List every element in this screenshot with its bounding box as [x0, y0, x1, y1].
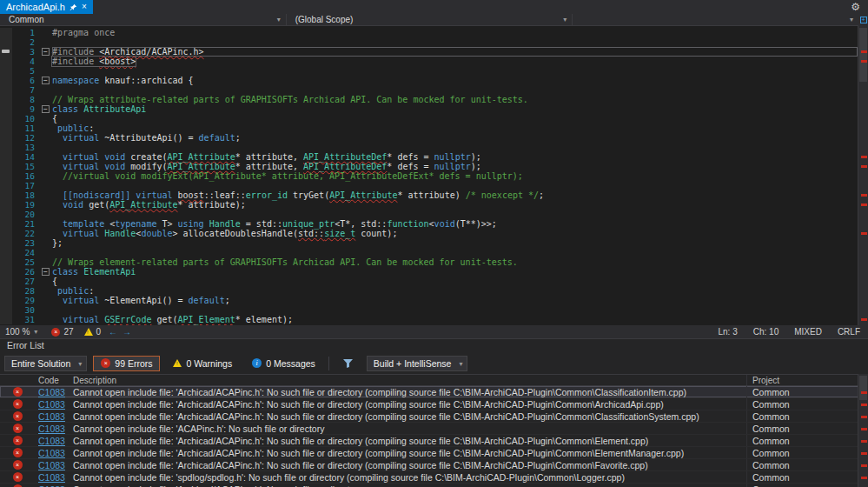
code-line[interactable]: 1#pragma once	[0, 28, 858, 37]
editor-scrollbar[interactable]	[858, 26, 868, 325]
code-line[interactable]: 26−class ElementApi	[0, 267, 858, 277]
code-line[interactable]: 7	[0, 85, 858, 95]
code-line[interactable]: 22 virtual Handle<double> allocateDouble…	[0, 229, 858, 238]
fold-margin[interactable]	[40, 143, 52, 152]
fold-margin[interactable]	[40, 66, 52, 76]
code-line[interactable]: 27{	[0, 277, 858, 286]
error-row[interactable]: ×C1083Cannot open include file: 'Archica…	[0, 398, 868, 410]
fold-margin[interactable]	[40, 200, 52, 210]
code-line[interactable]: 29 virtual ~ElementApi() = default;	[0, 296, 858, 305]
scrollbar-thumb[interactable]	[859, 376, 867, 400]
error-code-link[interactable]: C1083	[35, 448, 68, 458]
breakpoint-margin[interactable]	[0, 229, 12, 238]
scope-filter-dropdown[interactable]: Entire Solution ▾	[4, 356, 87, 371]
code-line[interactable]: 11 public:	[0, 123, 858, 133]
code-line[interactable]: 12 virtual ~AttributeApi() = default;	[0, 133, 858, 143]
error-code-link[interactable]: C1083	[35, 424, 68, 434]
error-row[interactable]: ×C1083Cannot open include file: 'spdlog/…	[0, 471, 868, 484]
navigate-back-icon[interactable]: ←	[106, 327, 120, 337]
fold-margin[interactable]	[40, 181, 52, 190]
breakpoint-margin[interactable]	[0, 76, 12, 85]
fold-margin[interactable]	[40, 238, 52, 248]
error-row[interactable]: ×C1083Cannot open include file: 'ACAPinc…	[0, 423, 868, 435]
project-column-header[interactable]: Project	[746, 375, 868, 385]
breakpoint-margin[interactable]	[0, 66, 12, 76]
code-line[interactable]: 8// Wraps attribute-related parts of GRA…	[0, 95, 858, 104]
eol-indicator[interactable]: CRLF	[830, 327, 868, 337]
error-code-link[interactable]: C1083	[35, 387, 68, 397]
error-code-link[interactable]: C1083	[35, 460, 68, 470]
fold-margin[interactable]	[40, 257, 52, 267]
code-line[interactable]: 31 virtual GSErrCode get(API_Element* el…	[0, 315, 858, 324]
breakpoint-margin[interactable]	[0, 190, 12, 200]
fold-margin[interactable]	[40, 229, 52, 238]
breakpoint-margin[interactable]	[0, 181, 12, 190]
breakpoint-margin[interactable]	[0, 162, 12, 171]
breakpoint-margin[interactable]	[0, 47, 12, 57]
breakpoint-margin[interactable]	[0, 28, 12, 37]
error-code-link[interactable]: C1083	[35, 399, 68, 410]
code-line[interactable]: 20	[0, 210, 858, 219]
zoom-control[interactable]: 100 % ▾	[0, 325, 46, 338]
code-line[interactable]: 6−namespace knauf::archicad {	[0, 76, 858, 85]
breakpoint-margin[interactable]	[0, 277, 12, 286]
breakpoint-margin[interactable]	[0, 143, 12, 152]
breakpoint-margin[interactable]	[0, 296, 12, 305]
breakpoint-margin[interactable]	[0, 57, 12, 66]
project-dropdown[interactable]: Common ▾	[0, 14, 287, 25]
breakpoint-margin[interactable]	[0, 210, 12, 219]
build-intellisense-dropdown[interactable]: Build + IntelliSense ▾	[367, 356, 468, 371]
error-row[interactable]: ×C1083Cannot open include file: 'Archica…	[0, 484, 868, 487]
breakpoint-margin[interactable]	[0, 286, 12, 296]
code-line[interactable]: 18 [[nodiscard]] virtual boost::leaf::er…	[0, 190, 858, 200]
fold-margin[interactable]	[40, 28, 52, 37]
fold-margin[interactable]: −	[40, 267, 52, 277]
breakpoint-margin[interactable]	[0, 219, 12, 229]
code-column-header[interactable]: Code	[35, 376, 68, 385]
scope-dropdown[interactable]: (Global Scope) ▾	[287, 14, 573, 25]
code-line[interactable]: 5	[0, 66, 858, 76]
split-editor-button[interactable]: +	[858, 14, 868, 26]
code-line[interactable]: 19 void get(API_Attribute* attribute);	[0, 200, 858, 210]
breakpoint-margin[interactable]	[0, 200, 12, 210]
code-line[interactable]: 17	[0, 181, 858, 190]
breakpoint-margin[interactable]	[0, 85, 12, 95]
fold-margin[interactable]	[40, 248, 52, 257]
warning-indicator[interactable]: ! 0	[79, 327, 107, 337]
collapse-icon[interactable]: −	[42, 77, 50, 84]
description-column-header[interactable]: Description	[68, 376, 746, 385]
messages-toggle-button[interactable]: i 0 Messages	[245, 356, 322, 371]
fold-margin[interactable]	[40, 286, 52, 296]
code-line[interactable]: 15 virtual void modify(API_Attribute* at…	[0, 162, 858, 171]
code-line[interactable]: 28 public:	[0, 286, 858, 296]
fold-margin[interactable]: −	[40, 47, 52, 57]
breakpoint-margin[interactable]	[0, 37, 12, 47]
error-list-scrollbar[interactable]	[858, 374, 868, 487]
fold-margin[interactable]	[40, 219, 52, 229]
fold-margin[interactable]	[40, 133, 52, 143]
breakpoint-margin[interactable]	[0, 123, 12, 133]
error-code-link[interactable]: C1083	[35, 436, 68, 446]
fold-margin[interactable]: −	[40, 76, 52, 85]
error-row[interactable]: ×C1083Cannot open include file: 'Archica…	[0, 459, 868, 471]
breakpoint-margin[interactable]	[0, 238, 12, 248]
indent-indicator[interactable]: MIXED	[786, 327, 830, 337]
error-row[interactable]: ×C1083Cannot open include file: 'Archica…	[0, 386, 868, 398]
breakpoint-margin[interactable]	[0, 248, 12, 257]
code-line[interactable]: 24	[0, 248, 858, 257]
fold-margin[interactable]	[40, 210, 52, 219]
code-line[interactable]: 16 //virtual void modifyExt(API_Attribut…	[0, 171, 858, 181]
error-row[interactable]: ×C1083Cannot open include file: 'Archica…	[0, 447, 868, 459]
fold-margin[interactable]	[40, 57, 52, 66]
fold-margin[interactable]	[40, 171, 52, 181]
error-code-link[interactable]: C1083	[35, 472, 68, 483]
fold-margin[interactable]	[40, 123, 52, 133]
code-line[interactable]: 9−class AttributeApi	[0, 104, 858, 114]
collapse-icon[interactable]: −	[42, 105, 50, 113]
fold-margin[interactable]	[40, 114, 52, 123]
code-line[interactable]: 23};	[0, 238, 858, 248]
code-line[interactable]: 3−#include <Archicad/ACAPinc.h>	[0, 47, 858, 57]
error-indicator[interactable]: × 27	[46, 327, 78, 337]
column-indicator[interactable]: Ch: 10	[745, 327, 786, 337]
fold-margin[interactable]	[40, 37, 52, 47]
